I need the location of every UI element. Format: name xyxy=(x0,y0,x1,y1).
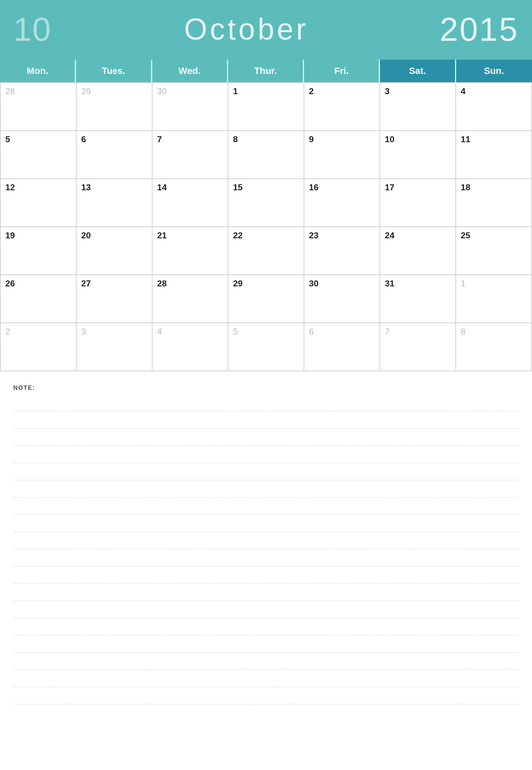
note-line[interactable] xyxy=(13,532,519,549)
date-number: 12 xyxy=(5,182,15,192)
date-number: 24 xyxy=(385,230,394,240)
date-number: 30 xyxy=(157,86,167,96)
date-number: 13 xyxy=(81,182,91,192)
calendar-cell[interactable]: 31 xyxy=(380,275,456,323)
calendar-cell[interactable]: 9 xyxy=(304,131,380,179)
notes-section: NOTE: xyxy=(0,375,532,714)
date-number: 22 xyxy=(233,230,243,240)
calendar-cell[interactable]: 11 xyxy=(456,131,532,179)
calendar-cell[interactable]: 1 xyxy=(228,83,304,131)
calendar-cell[interactable]: 28 xyxy=(152,275,228,323)
calendar-cell[interactable]: 7 xyxy=(380,323,456,371)
calendar-cell[interactable]: 4 xyxy=(152,323,228,371)
date-number: 17 xyxy=(385,182,394,192)
calendar-cell[interactable]: 5 xyxy=(1,131,77,179)
note-line[interactable] xyxy=(13,635,519,653)
calendar-cell[interactable]: 10 xyxy=(380,131,456,179)
note-line[interactable] xyxy=(13,480,519,498)
date-number: 7 xyxy=(157,134,162,144)
date-number: 6 xyxy=(309,326,314,336)
date-number: 31 xyxy=(385,278,394,288)
calendar-cell[interactable]: 2 xyxy=(1,323,77,371)
calendar-cell[interactable]: 21 xyxy=(152,227,228,275)
day-header-sun: Sun. xyxy=(456,60,532,82)
date-number: 19 xyxy=(5,230,15,240)
note-line[interactable] xyxy=(13,498,519,515)
note-line[interactable] xyxy=(13,463,519,480)
calendar-cell[interactable]: 30 xyxy=(304,275,380,323)
calendar-cell[interactable]: 15 xyxy=(228,179,304,227)
calendar-cell[interactable]: 3 xyxy=(380,83,456,131)
calendar-cell[interactable]: 20 xyxy=(77,227,152,275)
calendar-cell[interactable]: 25 xyxy=(456,227,532,275)
date-number: 16 xyxy=(309,182,319,192)
day-header-thu: Thur. xyxy=(228,60,304,82)
calendar-header: 10 October 2015 xyxy=(0,0,532,59)
date-number: 7 xyxy=(385,326,389,336)
date-number: 5 xyxy=(5,134,10,144)
calendar-cell[interactable]: 12 xyxy=(1,179,77,227)
calendar-cell[interactable]: 6 xyxy=(304,323,380,371)
calendar-cell[interactable]: 27 xyxy=(77,275,152,323)
note-line[interactable] xyxy=(13,515,519,532)
days-header: Mon. Tues. Wed. Thur. Fri. Sat. Sun. xyxy=(0,59,532,82)
calendar-cell[interactable]: 8 xyxy=(456,323,532,371)
date-number: 28 xyxy=(5,86,15,96)
calendar-cell[interactable]: 1 xyxy=(456,275,532,323)
note-line[interactable] xyxy=(13,446,519,463)
year: 2015 xyxy=(440,10,519,48)
month-name: October xyxy=(53,12,440,46)
note-label: NOTE: xyxy=(13,385,519,391)
date-number: 5 xyxy=(233,326,238,336)
date-number: 27 xyxy=(81,278,91,288)
date-number: 11 xyxy=(461,134,470,144)
calendar-cell[interactable]: 5 xyxy=(228,323,304,371)
date-number: 28 xyxy=(157,278,167,288)
date-number: 2 xyxy=(309,86,314,96)
calendar-cell[interactable]: 13 xyxy=(77,179,152,227)
date-number: 26 xyxy=(5,278,15,288)
note-line[interactable] xyxy=(13,549,519,566)
calendar-cell[interactable]: 8 xyxy=(228,131,304,179)
date-number: 9 xyxy=(309,134,314,144)
note-line[interactable] xyxy=(13,394,519,411)
note-line[interactable] xyxy=(13,601,519,618)
calendar-cell[interactable]: 30 xyxy=(152,83,228,131)
date-number: 6 xyxy=(81,134,86,144)
note-line[interactable] xyxy=(13,618,519,635)
calendar-cell[interactable]: 29 xyxy=(228,275,304,323)
calendar-cell[interactable]: 16 xyxy=(304,179,380,227)
note-line[interactable] xyxy=(13,584,519,601)
calendar-cell[interactable]: 22 xyxy=(228,227,304,275)
calendar-cell[interactable]: 18 xyxy=(456,179,532,227)
date-number: 29 xyxy=(233,278,243,288)
calendar-cell[interactable]: 4 xyxy=(456,83,532,131)
calendar-cell[interactable]: 7 xyxy=(152,131,228,179)
note-line[interactable] xyxy=(13,653,519,670)
date-number: 10 xyxy=(385,134,394,144)
calendar-cell[interactable]: 3 xyxy=(77,323,152,371)
calendar-cell[interactable]: 2 xyxy=(304,83,380,131)
calendar-cell[interactable]: 19 xyxy=(1,227,77,275)
date-number: 3 xyxy=(81,326,86,336)
date-number: 25 xyxy=(461,230,470,240)
calendar-cell[interactable]: 26 xyxy=(1,275,77,323)
note-line[interactable] xyxy=(13,687,519,704)
date-number: 30 xyxy=(309,278,319,288)
calendar-cell[interactable]: 24 xyxy=(380,227,456,275)
calendar-cell[interactable]: 29 xyxy=(77,83,152,131)
month-number: 10 xyxy=(13,10,53,48)
date-number: 15 xyxy=(233,182,243,192)
date-number: 3 xyxy=(385,86,389,96)
calendar-cell[interactable]: 23 xyxy=(304,227,380,275)
date-number: 2 xyxy=(5,326,10,336)
calendar-cell[interactable]: 6 xyxy=(77,131,152,179)
calendar-cell[interactable]: 14 xyxy=(152,179,228,227)
note-line[interactable] xyxy=(13,670,519,687)
note-line[interactable] xyxy=(13,411,519,429)
calendar-cell[interactable]: 28 xyxy=(1,83,77,131)
day-header-sat: Sat. xyxy=(380,60,456,82)
note-line[interactable] xyxy=(13,566,519,584)
note-line[interactable] xyxy=(13,429,519,446)
calendar-cell[interactable]: 17 xyxy=(380,179,456,227)
